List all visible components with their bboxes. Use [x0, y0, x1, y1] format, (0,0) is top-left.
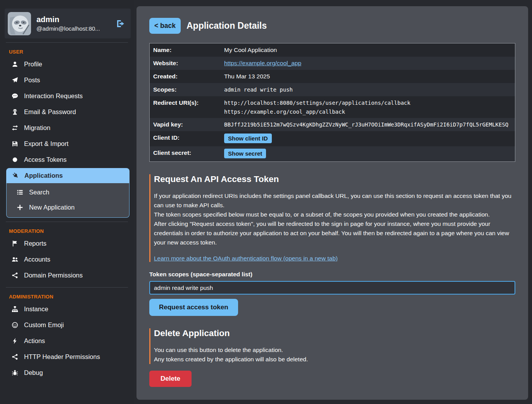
sidebar-item-email-password[interactable]: Email & Password	[0, 104, 134, 120]
main-panel: < back Application Details Name: My Cool…	[136, 6, 528, 400]
title-row: < back Application Details	[149, 18, 515, 34]
request-token-section: Request An API Access Token If your appl…	[149, 174, 515, 262]
bolt-icon	[11, 338, 18, 344]
row-label: Created:	[150, 70, 224, 83]
section-heading: Delete Application	[154, 328, 515, 338]
share-nodes-icon	[11, 354, 18, 360]
table-row-name: Name: My Cool Application	[150, 43, 515, 57]
sidebar-item-instance[interactable]: Instance	[0, 301, 134, 317]
sidebar-item-profile[interactable]: Profile	[0, 56, 134, 72]
username: admin	[36, 15, 113, 24]
sidebar-item-accounts[interactable]: Accounts	[0, 251, 134, 267]
paper-plane-icon	[11, 77, 18, 83]
smile-icon	[11, 322, 18, 328]
row-value: My Cool Application	[224, 43, 515, 57]
sidebar-item-label: Profile	[24, 61, 42, 68]
row-value: BBJffJ219b5iE512m7wQSzv4KgKDhgZZVzNyWC_r…	[224, 118, 515, 131]
row-label: Website:	[150, 57, 224, 70]
sidebar-item-label: Posts	[24, 76, 40, 84]
sidebar-item-label: HTTP Header Permissions	[24, 353, 100, 361]
user-handle: @admin@localhost:80...	[36, 25, 113, 32]
request-access-token-button[interactable]: Request access token	[149, 299, 238, 316]
sidebar-item-label: Actions	[24, 337, 45, 345]
sidebar-item-label: Custom Emoji	[24, 321, 64, 329]
applications-submenu: Search New Application	[6, 183, 130, 218]
avatar	[8, 12, 31, 35]
show-client-id-button[interactable]: Show client ID	[224, 134, 272, 143]
sidebar-item-actions[interactable]: Actions	[0, 333, 134, 349]
sidebar-item-interaction-requests[interactable]: Interaction Requests	[0, 88, 134, 104]
divider	[6, 287, 128, 288]
page-title: Application Details	[187, 21, 267, 31]
table-row-client-secret: Client secret: Show secret	[150, 146, 515, 161]
list-icon	[16, 189, 23, 196]
applications-group: Applications Search New Application	[6, 168, 130, 218]
sidebar-item-migration[interactable]: Migration	[0, 120, 134, 136]
plus-icon	[16, 204, 23, 211]
share-nodes-icon	[11, 272, 18, 279]
sidebar-item-label: Export & Import	[24, 140, 69, 147]
row-label: Name:	[150, 43, 224, 57]
row-value: Thu Mar 13 2025	[224, 70, 515, 83]
sidebar-item-posts[interactable]: Posts	[0, 72, 134, 88]
user-card: admin @admin@localhost:80...	[5, 9, 131, 38]
table-row-redirect-uris: Redirect URI(s): http://localhost:8080/s…	[150, 96, 515, 118]
sidebar-item-label: Search	[29, 189, 49, 196]
delete-application-section: Delete Application You can use this butt…	[149, 328, 515, 364]
table-row-website: Website: https://example.org/cool_app	[150, 57, 515, 70]
flag-icon	[11, 240, 18, 247]
redirect-uri-1: http://localhost:8080/settings/user/appl…	[224, 100, 511, 106]
divider	[6, 42, 128, 43]
certificate-icon	[11, 156, 18, 163]
section-paragraph: The token scopes specified below must be…	[154, 210, 515, 219]
floppy-disk-icon	[11, 140, 18, 147]
row-label: Scopes:	[150, 83, 224, 96]
sidebar-item-label: Email & Password	[24, 108, 76, 116]
sidebar-item-access-tokens[interactable]: Access Tokens	[0, 152, 134, 168]
sidebar-item-search[interactable]: Search	[7, 185, 129, 200]
section-paragraph: You can use this button to delete the ap…	[154, 345, 515, 355]
section-paragraph: If your application redirect URIs includ…	[154, 191, 515, 210]
application-details-table: Name: My Cool Application Website: https…	[149, 43, 515, 162]
section-paragraph: Any tokens created by the application wi…	[154, 355, 515, 364]
sidebar-item-label: Accounts	[24, 256, 50, 263]
sidebar-item-label: Migration	[24, 124, 50, 132]
sidebar-item-custom-emoji[interactable]: Custom Emoji	[0, 317, 134, 333]
oauth-docs-link[interactable]: Learn more about the OAuth authenticatio…	[154, 255, 338, 262]
redirect-uri-2: https://example.org/cool_app/callback	[224, 109, 511, 115]
row-label: Redirect URI(s):	[150, 96, 224, 109]
sign-out-icon[interactable]	[116, 19, 125, 28]
sidebar-item-label: Interaction Requests	[24, 92, 83, 100]
sidebar-item-export-import[interactable]: Export & Import	[0, 136, 134, 152]
website-link[interactable]: https://example.org/cool_app	[224, 60, 301, 66]
sidebar-item-new-application[interactable]: New Application	[7, 200, 129, 215]
sidebar-item-label: Debug	[24, 369, 43, 376]
exchange-icon	[11, 125, 18, 131]
sidebar-item-domain-permissions[interactable]: Domain Permissions	[0, 267, 134, 283]
comment-dots-icon	[11, 93, 18, 99]
back-button[interactable]: < back	[149, 18, 181, 34]
section-label-moderation: MODERATION	[0, 226, 134, 236]
sidebar-item-http-header-permissions[interactable]: HTTP Header Permissions	[0, 349, 134, 365]
sidebar-item-label: Instance	[24, 305, 48, 313]
token-scopes-label: Token scopes (space-separated list)	[149, 271, 515, 278]
row-label: Client secret:	[150, 146, 224, 160]
token-scopes-input[interactable]	[149, 281, 515, 295]
sidebar-item-label: Access Tokens	[24, 156, 67, 163]
table-row-created: Created: Thu Mar 13 2025	[150, 70, 515, 83]
delete-button[interactable]: Delete	[149, 371, 192, 387]
user-secret-icon	[11, 109, 18, 115]
table-row-client-id: Client ID: Show client ID	[150, 131, 515, 146]
divider	[6, 222, 128, 222]
table-row-scopes: Scopes: admin read write push	[150, 83, 515, 96]
sidebar-item-applications[interactable]: Applications	[6, 168, 130, 183]
sidebar-item-label: Applications	[24, 172, 63, 179]
sitemap-icon	[11, 306, 18, 312]
plug-icon	[12, 172, 19, 179]
row-value: http://localhost:8080/settings/user/appl…	[224, 96, 515, 118]
sidebar-item-reports[interactable]: Reports	[0, 236, 134, 251]
show-secret-button[interactable]: Show secret	[224, 149, 266, 158]
user-icon	[11, 61, 18, 68]
section-label-administration: ADMINISTRATION	[0, 291, 134, 301]
sidebar-item-debug[interactable]: Debug	[0, 365, 134, 381]
